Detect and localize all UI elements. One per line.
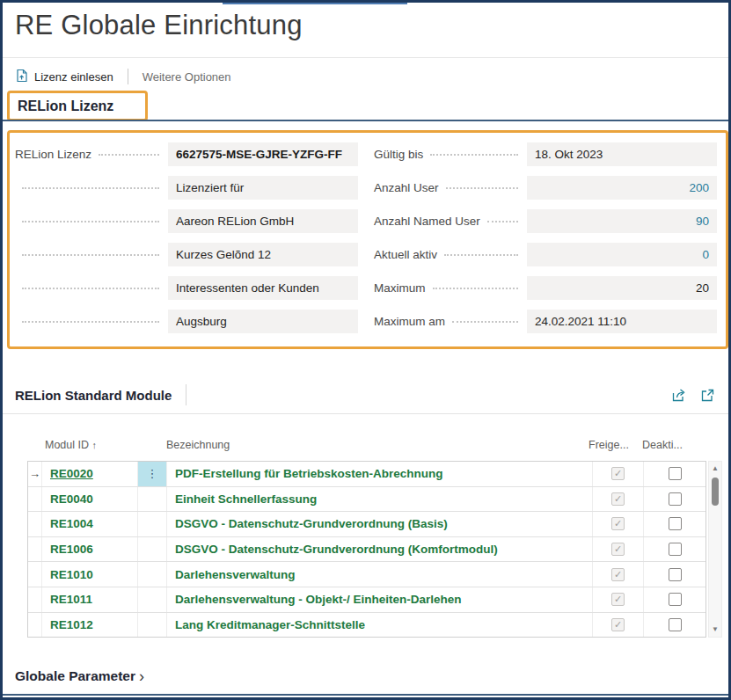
deactivated-cell: ✓ — [644, 537, 705, 562]
field-customer-type: Interessenten oder Kunden — [15, 276, 358, 300]
released-checkbox: ✓ — [611, 517, 625, 530]
column-header-deaktiviert[interactable]: Deakti... — [642, 439, 683, 451]
vertical-ellipsis-icon: ⋮ — [147, 467, 158, 480]
module-name-cell[interactable]: Lang Kreditmanager-Schnittstelle — [167, 613, 593, 638]
chevron-right-icon: › — [139, 670, 144, 683]
row-menu-button[interactable]: ⋮ — [138, 462, 167, 486]
licensed-for-field[interactable]: Lizenziert für — [168, 176, 358, 200]
field-label: Maximum am — [374, 315, 445, 328]
deactivated-checkbox[interactable]: ✓ — [669, 568, 682, 581]
page-re-globale-einrichtung: RE Globale Einrichtung Lizenz einlesen W… — [0, 0, 731, 700]
deactivated-cell: ✓ — [644, 462, 705, 486]
read-license-button[interactable]: Lizenz einlesen — [15, 69, 113, 85]
table-scrollbar[interactable]: ▲ ▼ — [708, 461, 722, 638]
field-maximum-am: Maximum am 24.02.2021 11:10 — [374, 310, 717, 333]
column-header-bezeichnung[interactable]: Bezeichnung — [166, 439, 230, 451]
field-label: RELion Lizenz — [15, 148, 91, 161]
module-id-cell[interactable]: RE0020 — [42, 462, 138, 486]
row-selector-cell: → — [28, 512, 42, 536]
row-selector-cell: → — [28, 487, 42, 512]
named-user-count-field[interactable]: 90 — [527, 209, 717, 233]
global-parameters-title: Globale Parameter — [15, 668, 135, 684]
field-city: Augsburg — [15, 310, 358, 333]
module-id-cell[interactable]: RE1011 — [42, 587, 138, 612]
customer-type-field[interactable]: Interessenten oder Kunden — [168, 276, 358, 300]
focus-mode-icon[interactable] — [699, 387, 716, 404]
dotted-leader — [22, 221, 159, 222]
released-checkbox: ✓ — [611, 618, 625, 631]
row-menu-button[interactable]: ⋮ — [138, 512, 167, 536]
scroll-up-icon[interactable]: ▲ — [709, 463, 721, 475]
deactivated-checkbox[interactable]: ✓ — [669, 467, 682, 480]
deactivated-checkbox[interactable]: ✓ — [669, 618, 682, 631]
more-options-button[interactable]: Weitere Optionen — [143, 70, 231, 84]
table-row[interactable]: → RE0020 ⋮ PDF-Erstellung für Betriebsko… — [28, 462, 705, 487]
row-menu-button[interactable]: ⋮ — [138, 562, 167, 587]
license-section-title: RELion Lizenz — [10, 98, 113, 114]
maximum-at-field[interactable]: 24.02.2021 11:10 — [527, 310, 717, 333]
deactivated-checkbox[interactable]: ✓ — [669, 492, 682, 506]
valid-until-field[interactable]: 18. Okt 2023 — [527, 142, 717, 166]
table-row[interactable]: → RE0040 ⋮ Einheit Schnellerfassung ✓ ✓ — [28, 487, 705, 513]
released-checkbox: ✓ — [611, 492, 625, 506]
table-column-headers: Modul ID ↑ Bezeichnung Freige... Deakti.… — [3, 439, 728, 455]
dotted-leader — [433, 288, 518, 289]
field-lizenziert-fuer: Lizenziert für — [15, 176, 358, 200]
table-row[interactable]: → RE1011 ⋮ Darlehensverwaltung - Objekt-… — [28, 587, 705, 613]
row-menu-button[interactable]: ⋮ — [138, 487, 167, 512]
field-label: Maximum — [374, 281, 426, 295]
module-id-cell[interactable]: RE0040 — [42, 487, 138, 512]
deactivated-checkbox[interactable]: ✓ — [669, 543, 682, 556]
user-count-field[interactable]: 200 — [527, 176, 717, 200]
company-name-field[interactable]: Aareon RELion GmbH — [168, 209, 358, 233]
field-maximum: Maximum 20 — [374, 276, 717, 300]
license-key-field[interactable]: 6627575-MSE-GJRE-YZFG-FF — [168, 142, 358, 166]
row-menu-button[interactable]: ⋮ — [138, 537, 167, 562]
table-row[interactable]: → RE1006 ⋮ DSGVO - Datenschutz-Grundvero… — [28, 537, 705, 563]
street-field[interactable]: Kurzes Gelõnd 12 — [168, 243, 358, 266]
modules-section-header: RELion Standard Module — [15, 384, 716, 405]
read-license-label: Lizenz einlesen — [34, 70, 113, 84]
module-id-cell[interactable]: RE1006 — [42, 537, 138, 562]
table-row[interactable]: → RE1004 ⋮ DSGVO - Datenschutz-Grundvero… — [28, 512, 705, 537]
share-icon[interactable] — [670, 387, 687, 404]
released-cell: ✓ — [593, 613, 644, 638]
field-anzahl-named-user: Anzahl Named User 90 — [374, 209, 717, 233]
maximum-field[interactable]: 20 — [527, 276, 717, 300]
field-label: Anzahl User — [374, 181, 439, 194]
header-divider — [3, 57, 728, 58]
module-name-cell[interactable]: DSGVO - Datenschutz-Grundverordnung (Bas… — [167, 512, 593, 536]
currently-active-field[interactable]: 0 — [527, 243, 717, 266]
modules-section-divider — [3, 413, 728, 414]
column-header-freigegeben[interactable]: Freige... — [588, 439, 629, 451]
license-section-header[interactable]: RELion Lizenz — [7, 91, 148, 121]
dotted-leader — [99, 154, 159, 156]
table-row[interactable]: → RE1012 ⋮ Lang Kreditmanager-Schnittste… — [28, 613, 705, 638]
row-menu-button[interactable]: ⋮ — [138, 613, 167, 638]
module-name-cell[interactable]: Darlehensverwaltung - Objekt-/ Einheiten… — [167, 587, 593, 612]
global-parameters-section-toggle[interactable]: Globale Parameter › — [15, 668, 144, 684]
field-anzahl-user: Anzahl User 200 — [374, 176, 717, 200]
deactivated-cell: ✓ — [644, 487, 705, 512]
scroll-down-icon[interactable]: ▼ — [709, 623, 721, 636]
released-cell: ✓ — [593, 587, 644, 612]
deactivated-checkbox[interactable]: ✓ — [669, 517, 682, 530]
column-header-modul-id[interactable]: Modul ID ↑ — [45, 439, 97, 451]
city-field[interactable]: Augsburg — [168, 310, 358, 333]
module-name-cell[interactable]: Einheit Schnellerfassung — [167, 487, 593, 512]
module-name-cell[interactable]: DSGVO - Datenschutz-Grundverordnung (Kom… — [167, 537, 593, 562]
released-cell: ✓ — [593, 562, 644, 587]
deactivated-checkbox[interactable]: ✓ — [669, 593, 682, 606]
dotted-leader — [446, 187, 518, 189]
table-row[interactable]: → RE1010 ⋮ Darlehensverwaltung ✓ ✓ — [28, 562, 705, 587]
row-selector-cell: → — [28, 587, 42, 612]
row-menu-button[interactable]: ⋮ — [138, 587, 167, 612]
module-id-cell[interactable]: RE1010 — [42, 562, 138, 587]
module-name-cell[interactable]: Darlehensverwaltung — [167, 562, 593, 587]
module-name-cell[interactable]: PDF-Erstellung für Betriebskosten-Abrech… — [167, 462, 593, 486]
field-gueltig-bis: Gültig bis 18. Okt 2023 — [374, 142, 717, 166]
dotted-leader — [22, 321, 159, 323]
scrollbar-thumb[interactable] — [712, 478, 719, 506]
module-id-cell[interactable]: RE1012 — [42, 613, 138, 638]
module-id-cell[interactable]: RE1004 — [42, 512, 138, 536]
